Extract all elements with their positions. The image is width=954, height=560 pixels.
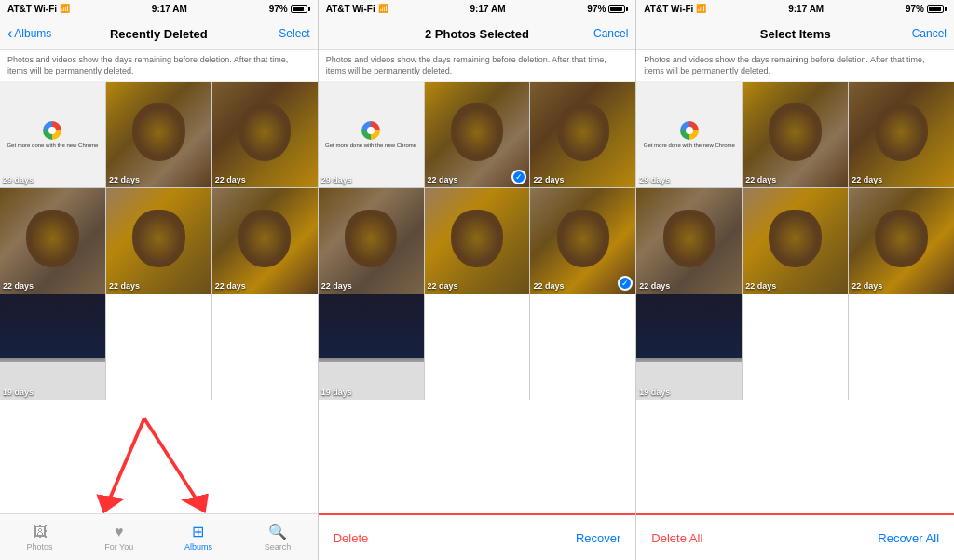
bottom-tabs-1: 🖼 Photos ♥ For You ⊞ Albums 🔍 Search xyxy=(0,513,318,560)
photo-cell-dog3-2[interactable]: 22 days xyxy=(319,188,424,294)
chrome-text-1: Get more done with the new Chrome xyxy=(7,143,98,149)
nav-right-1[interactable]: Select xyxy=(254,27,310,40)
day-label-dog1-2: 22 days xyxy=(428,175,458,184)
status-bar-1: AT&T Wi-Fi 📶 9:17 AM 97% xyxy=(0,0,318,17)
check-badge-1: ✓ xyxy=(511,170,526,184)
screens-container: AT&T Wi-Fi 📶 9:17 AM 97% Albums Recently… xyxy=(0,0,954,560)
photo-grid-3: Get more done with the new Chrome 29 day… xyxy=(636,82,954,400)
photo-cell-laptop-2[interactable]: 19 days xyxy=(319,294,424,400)
tab-foryou-icon-1: ♥ xyxy=(115,524,124,540)
wifi-icon-2: 📶 xyxy=(378,4,388,13)
tab-photos-1[interactable]: 🖼 Photos xyxy=(0,514,79,560)
photo-cell-laptop-1[interactable]: 19 days xyxy=(0,294,105,400)
info-text-1: Photos and videos show the days remainin… xyxy=(0,50,318,82)
photo-cell-dog1-3[interactable]: 22 days xyxy=(743,82,848,187)
photo-cell-dog3-3[interactable]: 22 days xyxy=(636,188,742,294)
recover-all-btn-3[interactable]: Recover All xyxy=(878,531,939,545)
nav-bar-3: Select Items Cancel xyxy=(636,17,954,50)
carrier-2: AT&T Wi-Fi xyxy=(326,4,375,14)
day-label-dog4-1: 22 days xyxy=(109,281,140,291)
photo-cell-empty2-1 xyxy=(212,294,318,400)
title-label-3: Select Items xyxy=(760,27,831,41)
delete-btn-2[interactable]: Delete xyxy=(334,531,369,545)
photo-cell-dog2-2[interactable]: 22 days xyxy=(530,82,635,187)
tab-albums-icon-1: ⊞ xyxy=(192,523,204,540)
photo-cell-chrome-2[interactable]: Get more done with the new Chrome 29 day… xyxy=(319,82,424,187)
tab-search-1[interactable]: 🔍 Search xyxy=(238,514,318,560)
nav-right-3[interactable]: Cancel xyxy=(891,27,947,40)
day-label-dog1-1: 22 days xyxy=(109,175,140,184)
action-bar-3: Delete All Recover All xyxy=(636,513,954,560)
nav-title-3: Select Items xyxy=(700,25,891,42)
screen-selected: AT&T Wi-Fi 📶 9:17 AM 97% 2 Photos Select… xyxy=(319,0,637,560)
day-label-dog3-2: 22 days xyxy=(321,281,352,291)
photo-cell-dog4-3[interactable]: 22 days xyxy=(743,188,848,294)
nav-bar-2: 2 Photos Selected Cancel xyxy=(319,17,636,50)
photo-cell-empty1-1 xyxy=(106,294,211,400)
info-text-2: Photos and videos show the days remainin… xyxy=(319,50,636,82)
delete-all-btn-3[interactable]: Delete All xyxy=(651,531,702,545)
tab-albums-1[interactable]: ⊞ Albums xyxy=(158,514,238,560)
nav-right-2[interactable]: Cancel xyxy=(572,27,628,40)
photo-cell-dog5-1[interactable]: 22 days xyxy=(212,188,318,294)
grid-wrapper-2: Get more done with the new Chrome 29 day… xyxy=(319,82,636,513)
tab-search-icon-1: 🔍 xyxy=(268,523,287,540)
photo-cell-chrome-1[interactable]: Get more done with the new Chrome 29 day… xyxy=(0,82,105,187)
day-label-dog5-2: 22 days xyxy=(533,281,564,291)
day-label-dog5-3: 22 days xyxy=(852,281,882,291)
photo-grid-1: Get more done with the new Chrome 29 day… xyxy=(0,82,318,400)
nav-title-1: Recently Deleted xyxy=(63,25,254,42)
recover-btn-2[interactable]: Recover xyxy=(576,531,620,545)
grid-wrapper-1: Get more done with the new Chrome 29 day… xyxy=(0,82,318,513)
battery-pct-3: 97% xyxy=(906,4,924,14)
nav-back-1[interactable]: Albums xyxy=(7,25,63,42)
time-2: 9:17 AM xyxy=(470,4,506,14)
day-label-dog5-1: 22 days xyxy=(215,281,246,291)
photo-cell-dog5-3[interactable]: 22 days xyxy=(849,188,954,294)
day-label-chrome-1: 29 days xyxy=(3,175,34,184)
day-label-laptop-2: 19 days xyxy=(321,388,352,397)
time-1: 9:17 AM xyxy=(152,4,187,14)
photo-cell-dog1-2[interactable]: 22 days ✓ xyxy=(425,82,530,187)
select-btn-1[interactable]: Select xyxy=(279,27,309,40)
tab-foryou-1[interactable]: ♥ For You xyxy=(79,514,158,560)
cancel-btn-2[interactable]: Cancel xyxy=(593,27,628,40)
day-label-dog3-1: 22 days xyxy=(3,281,34,291)
photo-cell-dog1-1[interactable]: 22 days xyxy=(106,82,211,187)
wifi-icon-1: 📶 xyxy=(60,4,70,13)
status-left-2: AT&T Wi-Fi 📶 xyxy=(326,4,388,14)
day-label-dog3-3: 22 days xyxy=(639,281,670,291)
status-left-3: AT&T Wi-Fi 📶 xyxy=(644,4,706,14)
time-3: 9:17 AM xyxy=(788,4,824,14)
chrome-text-3: Get more done with the new Chrome xyxy=(644,143,735,149)
status-bar-2: AT&T Wi-Fi 📶 9:17 AM 97% xyxy=(319,0,636,17)
carrier-1: AT&T Wi-Fi xyxy=(7,4,57,14)
nav-bar-1: Albums Recently Deleted Select xyxy=(0,17,318,50)
tab-albums-label-1: Albums xyxy=(184,542,212,552)
photo-cell-dog2-1[interactable]: 22 days xyxy=(212,82,318,187)
tab-search-label-1: Search xyxy=(265,542,292,552)
carrier-3: AT&T Wi-Fi xyxy=(644,4,693,14)
photo-cell-dog4-1[interactable]: 22 days xyxy=(106,188,211,294)
chrome-logo-2 xyxy=(361,121,380,140)
photo-cell-dog3-1[interactable]: 22 days xyxy=(0,188,105,294)
photo-cell-laptop-3[interactable]: 19 days xyxy=(636,294,742,400)
photo-cell-empty1-2 xyxy=(425,294,530,400)
cancel-btn-3[interactable]: Cancel xyxy=(912,27,947,40)
status-left-1: AT&T Wi-Fi 📶 xyxy=(7,4,70,14)
photo-cell-empty1-3 xyxy=(743,294,848,400)
day-label-chrome-2: 29 days xyxy=(321,175,352,184)
battery-pct-2: 97% xyxy=(587,4,606,14)
photo-cell-dog4-2[interactable]: 22 days xyxy=(425,188,530,294)
chrome-logo-1 xyxy=(43,121,61,140)
status-bar-3: AT&T Wi-Fi 📶 9:17 AM 97% xyxy=(636,0,954,17)
arrow-annotation-1 xyxy=(0,402,318,513)
status-right-3: 97% xyxy=(906,4,947,14)
photo-cell-chrome-3[interactable]: Get more done with the new Chrome 29 day… xyxy=(636,82,742,187)
day-label-chrome-3: 29 days xyxy=(639,175,670,184)
photo-cell-dog5-2[interactable]: 22 days ✓ xyxy=(530,188,635,294)
photo-cell-dog2-3[interactable]: 22 days xyxy=(849,82,954,187)
back-btn-1[interactable]: Albums xyxy=(7,25,51,42)
day-label-dog2-3: 22 days xyxy=(852,175,882,184)
day-label-dog2-1: 22 days xyxy=(215,175,246,184)
